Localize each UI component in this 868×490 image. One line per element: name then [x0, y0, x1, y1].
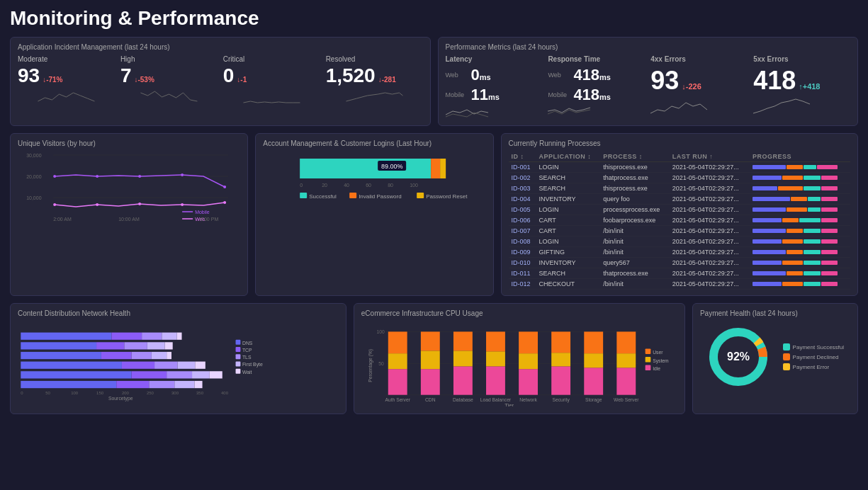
svg-text:30,000: 30,000 [26, 153, 42, 158]
response-mobile: 418ms [573, 86, 611, 104]
cell-lastrun: 2021-05-04T02:29:27... [670, 258, 750, 268]
progress-seg [804, 186, 820, 190]
svg-rect-66 [178, 362, 196, 369]
svg-text:89.00%: 89.00% [381, 163, 403, 170]
col-progress: PROGRESS [750, 152, 850, 162]
svg-text:300: 300 [171, 391, 179, 395]
cell-lastrun: 2021-05-04T02:29:27... [670, 268, 750, 279]
svg-rect-55 [124, 342, 147, 349]
svg-text:100: 100 [410, 183, 418, 188]
progress-seg [804, 176, 820, 180]
progress-seg [821, 186, 838, 190]
incident-label-2: Critical [223, 55, 320, 63]
svg-rect-61 [152, 352, 167, 359]
svg-rect-50 [142, 333, 162, 340]
progress-seg [753, 239, 782, 244]
latency-mobile: 11ms [471, 86, 500, 104]
incident-value-1: 7 ↓-53% [120, 64, 218, 87]
svg-text:TCP: TCP [242, 348, 252, 353]
progress-seg [804, 261, 820, 265]
svg-text:0: 0 [300, 183, 303, 188]
svg-text:TLS: TLS [242, 355, 252, 360]
svg-rect-53 [21, 342, 96, 349]
incidents-grid: Moderate 93 ↓-71% High 7 ↓-53% Critical … [18, 55, 423, 106]
cell-process: processprocess.exe [600, 205, 670, 215]
svg-point-9 [181, 173, 184, 176]
cell-process: thisprocess.exe [600, 183, 670, 194]
svg-text:Auth Server: Auth Server [385, 397, 410, 402]
svg-rect-64 [122, 362, 154, 369]
account-card: Account Management & Customer Logins (La… [255, 133, 493, 296]
svg-rect-122 [551, 366, 570, 394]
svg-rect-52 [177, 333, 182, 340]
svg-rect-111 [421, 351, 440, 369]
svg-text:100: 100 [376, 329, 384, 334]
incident-item-0: Moderate 93 ↓-71% [18, 55, 115, 106]
progress-seg [753, 218, 782, 222]
incident-delta-0: ↓-71% [43, 76, 62, 84]
svg-point-10 [223, 186, 226, 188]
svg-text:Percentage (%): Percentage (%) [368, 349, 373, 382]
svg-rect-127 [584, 331, 603, 353]
progress-seg [753, 271, 786, 275]
svg-point-14 [181, 203, 184, 206]
svg-text:DNS: DNS [242, 341, 253, 346]
progress-seg [821, 250, 838, 254]
latency-label: Latency [446, 55, 543, 63]
cell-id: ID-002 [509, 173, 536, 183]
cell-id: ID-001 [509, 162, 536, 173]
svg-text:Password Reset: Password Reset [426, 193, 468, 200]
incident-item-1: High 7 ↓-53% [120, 55, 218, 106]
svg-rect-140 [645, 348, 650, 354]
cpu-chart: 100 50 Percentage (%) [361, 321, 677, 406]
svg-rect-113 [453, 366, 473, 394]
incident-chart-2 [223, 87, 320, 105]
incident-chart-3 [326, 87, 423, 105]
cell-process: /bin/init [600, 279, 670, 290]
incident-label-3: Resolved [326, 55, 423, 63]
cell-app: LOGIN [536, 237, 600, 247]
cell-progress [750, 226, 850, 237]
cpu-card: eCommerce Infrastructure CPU Usage 100 5… [354, 303, 685, 414]
svg-point-13 [138, 203, 141, 205]
svg-rect-124 [551, 331, 570, 353]
svg-text:350: 350 [196, 391, 204, 395]
svg-rect-40 [417, 193, 424, 198]
response-chart [548, 104, 590, 118]
svg-text:Database: Database [453, 397, 473, 402]
svg-rect-90 [236, 347, 241, 352]
progress-seg [778, 186, 803, 190]
table-row: ID-006 CART foobarprocess.exe 2021-05-04… [509, 215, 850, 226]
incidents-card: Application Incident Management (last 24… [10, 37, 431, 126]
cell-process: thisprocess.exe [600, 162, 670, 173]
progress-seg [804, 250, 820, 254]
cell-progress [750, 162, 850, 173]
svg-text:Successful: Successful [309, 193, 337, 200]
progress-seg [821, 207, 838, 212]
cell-app: INVENTORY [536, 258, 600, 268]
processes-table: ID ↕ APPLICATION ↕ PROCESS ↕ LAST RUN ↑ … [509, 152, 850, 290]
svg-text:CDN: CDN [425, 397, 436, 402]
cell-lastrun: 2021-05-04T02:29:27... [670, 215, 750, 226]
progress-seg [753, 176, 782, 180]
svg-text:Mon May 3: Mon May 3 [53, 222, 78, 222]
svg-text:0: 0 [21, 391, 23, 395]
svg-rect-126 [584, 353, 603, 368]
cell-lastrun: 2021-05-04T02:29:27... [670, 205, 750, 215]
cell-process: /bin/init [600, 226, 670, 237]
perf-4xx: 4xx Errors 93↓-226 [650, 55, 748, 120]
svg-text:50: 50 [45, 391, 50, 395]
svg-rect-96 [236, 369, 241, 374]
svg-rect-58 [21, 352, 101, 359]
svg-rect-115 [453, 331, 473, 351]
cell-app: LOGIN [536, 205, 600, 215]
5xx-chart [753, 96, 810, 117]
payment-card: Payment Health (last 24 hours) 92% [692, 303, 858, 414]
table-row: ID-001 LOGIN thisprocess.exe 2021-05-04T… [509, 162, 850, 173]
table-row: ID-003 SEARCH thisprocess.exe 2021-05-04… [509, 183, 850, 194]
progress-seg [753, 207, 786, 212]
svg-rect-109 [388, 331, 407, 353]
svg-rect-38 [349, 193, 356, 198]
cell-process: thatprocess.exe [600, 268, 670, 279]
cell-lastrun: 2021-05-04T02:29:27... [670, 194, 750, 205]
